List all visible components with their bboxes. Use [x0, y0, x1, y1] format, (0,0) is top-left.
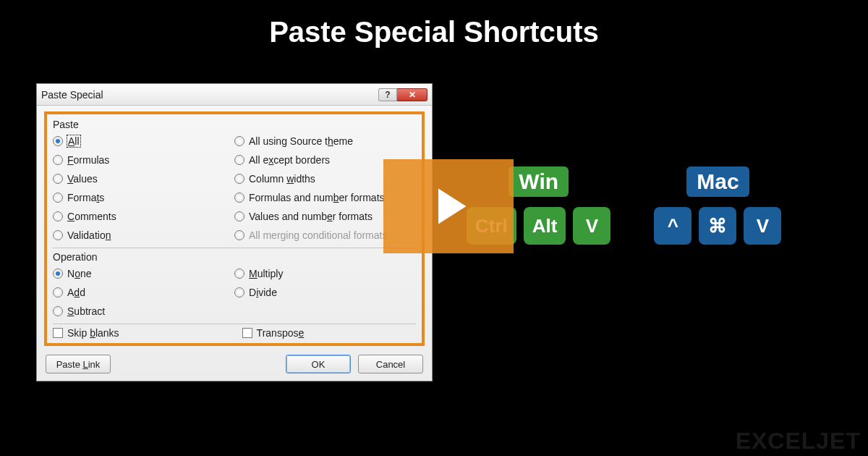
- page-title: Paste Special Shortcuts: [0, 0, 868, 48]
- operation-option-radio[interactable]: Add: [53, 284, 234, 300]
- help-button[interactable]: ?: [378, 88, 397, 101]
- radio-icon: [234, 269, 244, 279]
- radio-label: None: [67, 268, 92, 279]
- radio-label: Comments: [67, 211, 116, 222]
- radio-label: Column widths: [249, 173, 315, 185]
- radio-label: All: [67, 135, 80, 147]
- radio-label: Formulas: [67, 154, 109, 166]
- paste-option-radio[interactable]: Comments: [53, 208, 234, 224]
- play-button[interactable]: [383, 159, 514, 253]
- keyboard-key: ^: [654, 207, 692, 245]
- paste-group-label: Paste: [53, 119, 416, 130]
- dialog-title: Paste Special: [41, 89, 378, 101]
- operation-option-radio[interactable]: Divide: [234, 284, 416, 300]
- keyboard-key: V: [744, 207, 781, 245]
- paste-option-radio[interactable]: Validation: [53, 227, 234, 243]
- skip-blanks-checkbox[interactable]: Skip blanks: [53, 327, 119, 339]
- win-label: Win: [509, 166, 569, 197]
- dialog-titlebar: Paste Special ? ✕: [37, 84, 432, 106]
- radio-label: Multiply: [249, 268, 283, 279]
- radio-label: Divide: [249, 287, 277, 298]
- checkbox-icon: [53, 328, 63, 338]
- operation-option-radio[interactable]: Multiply: [234, 266, 416, 282]
- radio-label: Formulas and number formats: [249, 192, 385, 203]
- paste-link-button[interactable]: Paste Link: [46, 355, 111, 373]
- radio-icon: [53, 269, 63, 279]
- radio-label: All except borders: [249, 154, 330, 166]
- radio-icon: [53, 136, 63, 146]
- ok-button[interactable]: OK: [286, 355, 351, 373]
- divider: [53, 324, 416, 324]
- operation-option-radio[interactable]: Subtract: [53, 303, 234, 319]
- radio-label: All merging conditional formats: [249, 229, 387, 241]
- keyboard-key: ⌘: [699, 207, 736, 245]
- svg-marker-0: [438, 189, 467, 224]
- dialog-body: Paste AllFormulasValuesFormatsCommentsVa…: [37, 106, 432, 381]
- radio-label: All using Source theme: [249, 135, 353, 147]
- radio-icon: [234, 174, 244, 184]
- radio-label: Validation: [67, 229, 111, 241]
- operation-option-radio[interactable]: None: [53, 266, 234, 282]
- mac-shortcut-column: Mac ^⌘V: [654, 166, 781, 245]
- checkbox-icon: [242, 328, 252, 338]
- paste-special-dialog: Paste Special ? ✕ Paste AllFormulasValue…: [36, 83, 433, 381]
- radio-icon: [53, 230, 63, 240]
- radio-icon: [234, 193, 244, 203]
- radio-label: Values: [67, 173, 98, 185]
- watermark: EXCELJET: [736, 428, 861, 455]
- radio-icon: [234, 155, 244, 165]
- radio-icon: [53, 155, 63, 165]
- radio-icon: [234, 136, 244, 146]
- paste-option-radio[interactable]: Values: [53, 171, 234, 187]
- radio-label: Values and number formats: [249, 211, 373, 222]
- paste-option-radio[interactable]: Formats: [53, 190, 234, 206]
- radio-icon: [234, 211, 244, 221]
- mac-label: Mac: [686, 166, 749, 197]
- divider: [53, 248, 416, 248]
- radio-icon: [234, 287, 244, 297]
- operation-group-label: Operation: [53, 251, 416, 263]
- radio-icon: [53, 306, 63, 316]
- radio-icon: [53, 287, 63, 297]
- radio-label: Formats: [67, 192, 104, 203]
- cancel-button[interactable]: Cancel: [358, 355, 423, 373]
- paste-option-radio[interactable]: Formulas: [53, 152, 234, 168]
- radio-icon: [53, 211, 63, 221]
- transpose-checkbox[interactable]: Transpose: [242, 327, 305, 339]
- transpose-label: Transpose: [257, 327, 305, 339]
- radio-icon: [53, 174, 63, 184]
- keyboard-key: Alt: [524, 207, 566, 245]
- paste-option-radio[interactable]: All: [53, 133, 234, 149]
- keyboard-key: V: [573, 207, 610, 245]
- radio-icon: [234, 230, 244, 240]
- radio-label: Subtract: [67, 305, 105, 317]
- skip-blanks-label: Skip blanks: [67, 327, 119, 339]
- paste-option-radio[interactable]: All using Source theme: [234, 133, 416, 149]
- play-icon: [423, 181, 474, 232]
- close-button[interactable]: ✕: [397, 88, 427, 101]
- highlighted-region: Paste AllFormulasValuesFormatsCommentsVa…: [44, 111, 425, 346]
- radio-icon: [53, 193, 63, 203]
- shortcut-keys-panel: Win CtrlAltV Mac ^⌘V: [467, 166, 781, 245]
- radio-label: Add: [67, 287, 85, 298]
